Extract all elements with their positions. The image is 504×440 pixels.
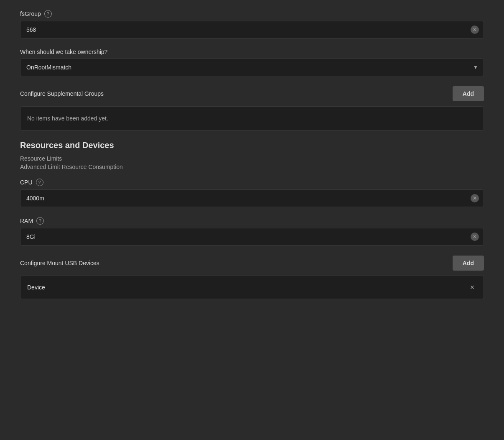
device-close-icon[interactable]: × (468, 283, 477, 292)
supplemental-groups-label: Configure Supplemental Groups (20, 90, 104, 97)
supplemental-groups-add-button[interactable]: Add (453, 86, 484, 101)
ownership-select[interactable]: OnRootMismatch Always Never (20, 59, 484, 76)
resources-section-title: Resources and Devices (20, 141, 484, 150)
usb-devices-add-button[interactable]: Add (453, 256, 484, 271)
cpu-label: CPU (20, 179, 33, 186)
ownership-label: When should we take ownership? (20, 49, 107, 55)
fsgroup-clear-icon[interactable]: ✕ (471, 26, 479, 34)
supplemental-groups-empty-message: No items have been added yet. (27, 115, 108, 122)
advanced-label: Advanced Limit Resource Consumption (20, 164, 484, 170)
fsgroup-label: fsGroup (20, 10, 41, 17)
ram-label: RAM (20, 217, 33, 224)
cpu-input[interactable] (20, 189, 484, 207)
device-label: Device (27, 284, 45, 291)
fsgroup-input[interactable] (20, 21, 484, 38)
cpu-help-icon[interactable]: ? (36, 179, 43, 186)
ram-clear-icon[interactable]: ✕ (471, 233, 479, 241)
ram-help-icon[interactable]: ? (36, 217, 44, 225)
fsgroup-help-icon[interactable]: ? (44, 10, 52, 18)
cpu-clear-icon[interactable]: ✕ (471, 194, 479, 202)
ram-input[interactable] (20, 228, 484, 246)
usb-devices-label: Configure Mount USB Devices (20, 260, 99, 266)
resource-limits-label: Resource Limits (20, 155, 484, 162)
